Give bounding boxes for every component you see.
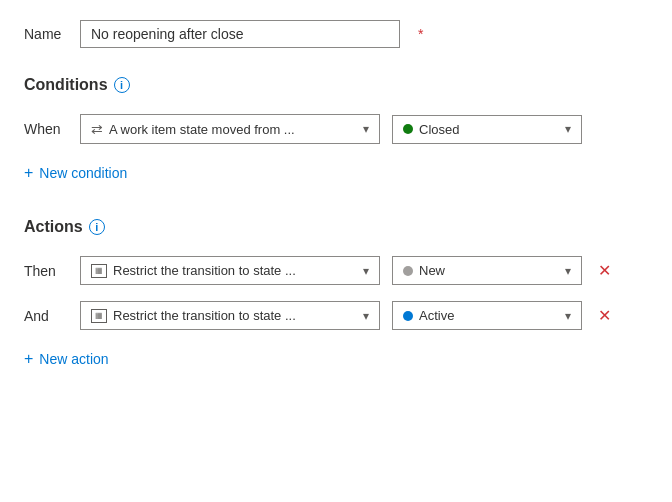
closed-dropdown-chevron: ▾ — [565, 122, 571, 136]
active-state-content: Active — [403, 308, 557, 323]
and-main-dropdown[interactable]: ▦ Restrict the transition to state ... ▾ — [80, 301, 380, 330]
then-label: Then — [24, 263, 68, 279]
and-dropdown-content: ▦ Restrict the transition to state ... — [91, 308, 355, 323]
closed-dot — [403, 124, 413, 134]
then-row: Then ▦ Restrict the transition to state … — [24, 256, 648, 285]
then-dropdown-content: ▦ Restrict the transition to state ... — [91, 263, 355, 278]
and-dropdown-chevron: ▾ — [363, 309, 369, 323]
actions-info-icon[interactable]: i — [89, 219, 105, 235]
then-dropdown-text: Restrict the transition to state ... — [113, 263, 296, 278]
and-label: And — [24, 308, 68, 324]
when-dropdown-chevron: ▾ — [363, 122, 369, 136]
conditions-title: Conditions — [24, 76, 108, 94]
actions-title: Actions — [24, 218, 83, 236]
actions-section: Actions i Then ▦ Restrict the transition… — [24, 218, 648, 372]
new-state-text: New — [419, 263, 445, 278]
when-label: When — [24, 121, 68, 137]
active-state-chevron: ▾ — [565, 309, 571, 323]
new-condition-link[interactable]: + New condition — [24, 160, 648, 186]
closed-dropdown[interactable]: Closed ▾ — [392, 115, 582, 144]
transition-icon: ⇄ — [91, 121, 103, 137]
new-condition-plus-icon: + — [24, 164, 33, 182]
name-label: Name — [24, 26, 64, 42]
closed-dropdown-content: Closed — [403, 122, 557, 137]
new-condition-label: New condition — [39, 165, 127, 181]
then-main-dropdown[interactable]: ▦ Restrict the transition to state ... ▾ — [80, 256, 380, 285]
closed-dropdown-text: Closed — [419, 122, 459, 137]
required-star: * — [418, 26, 423, 42]
new-action-plus-icon: + — [24, 350, 33, 368]
conditions-heading: Conditions i — [24, 76, 648, 94]
and-dropdown-text: Restrict the transition to state ... — [113, 308, 296, 323]
remove-and-button[interactable]: ✕ — [594, 304, 615, 327]
when-main-dropdown[interactable]: ⇄ A work item state moved from ... ▾ — [80, 114, 380, 144]
active-dot — [403, 311, 413, 321]
active-state-text: Active — [419, 308, 454, 323]
new-action-link[interactable]: + New action — [24, 346, 648, 372]
conditions-info-icon[interactable]: i — [114, 77, 130, 93]
and-row: And ▦ Restrict the transition to state .… — [24, 301, 648, 330]
restrict-icon-then: ▦ — [91, 264, 107, 278]
when-dropdown-content: ⇄ A work item state moved from ... — [91, 121, 355, 137]
name-input[interactable] — [80, 20, 400, 48]
conditions-section: Conditions i When ⇄ A work item state mo… — [24, 76, 648, 186]
new-state-dropdown[interactable]: New ▾ — [392, 256, 582, 285]
restrict-icon-and: ▦ — [91, 309, 107, 323]
new-action-label: New action — [39, 351, 108, 367]
active-state-dropdown[interactable]: Active ▾ — [392, 301, 582, 330]
then-dropdown-chevron: ▾ — [363, 264, 369, 278]
actions-heading: Actions i — [24, 218, 648, 236]
remove-then-button[interactable]: ✕ — [594, 259, 615, 282]
new-state-content: New — [403, 263, 557, 278]
name-row: Name * — [24, 20, 648, 48]
when-dropdown-text: A work item state moved from ... — [109, 122, 295, 137]
new-dot — [403, 266, 413, 276]
when-row: When ⇄ A work item state moved from ... … — [24, 114, 648, 144]
new-state-chevron: ▾ — [565, 264, 571, 278]
